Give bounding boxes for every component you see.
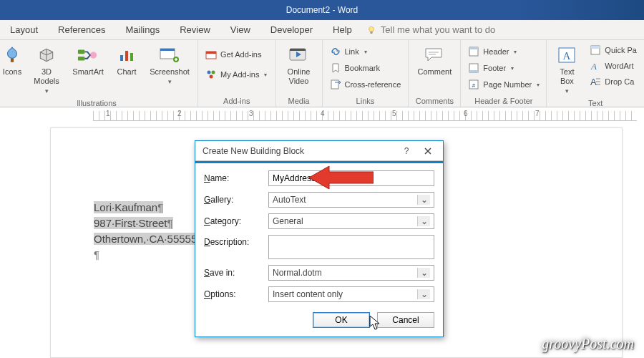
group-media: Online Video Media	[276, 40, 323, 107]
label-options: Options:	[204, 289, 261, 299]
name-input[interactable]	[268, 170, 434, 186]
gallery-combo[interactable]: AutoText⌄	[268, 192, 434, 208]
tab-view[interactable]: View	[225, 20, 256, 39]
chart-label: Chart	[117, 67, 137, 77]
group-header-footer: Header▾ Footer▾ # Page Number▾ Header & …	[461, 40, 547, 107]
link-button[interactable]: Link▾	[327, 44, 370, 59]
drop-cap-button[interactable]: A Drop Ca	[587, 74, 640, 89]
comment-button[interactable]: Comment	[413, 43, 456, 78]
options-value: Insert content only	[273, 289, 343, 299]
svg-text:A: A	[563, 50, 571, 62]
dialog-close-button[interactable]	[417, 144, 439, 158]
selected-text[interactable]: Lori·Kaufman¶ 987·First·Street¶ Othertow…	[94, 200, 203, 263]
svg-rect-2	[11, 58, 14, 62]
online-video-button[interactable]: Online Video	[280, 43, 318, 87]
3d-models-button[interactable]: 3D Models ▾	[29, 43, 64, 97]
link-label: Link	[345, 47, 359, 56]
bookmark-label: Bookmark	[345, 64, 381, 72]
tab-references[interactable]: References	[52, 20, 111, 39]
dialog-titlebar[interactable]: Create New Building Block ?	[195, 141, 443, 161]
ruler-4: 4	[321, 110, 325, 117]
footer-button[interactable]: Footer▾	[465, 61, 517, 75]
label-savein: Save in:	[204, 268, 261, 278]
smartart-label: SmartArt	[72, 67, 103, 77]
header-button[interactable]: Header▾	[465, 44, 519, 59]
close-icon	[424, 147, 432, 155]
group-label-text: Text	[551, 97, 640, 107]
chevron-down-icon: ⌄	[417, 289, 430, 299]
svg-rect-13	[206, 52, 216, 54]
options-combo[interactable]: Insert content only⌄	[268, 286, 434, 302]
group-illustrations: Icons 3D Models ▾ SmartArt Chart	[0, 40, 198, 107]
chart-button[interactable]: Chart	[112, 43, 142, 78]
quick-parts-button[interactable]: Quick Pa	[587, 43, 640, 57]
group-label-media: Media	[280, 95, 318, 105]
screenshot-icon	[158, 44, 181, 66]
label-gallery: Gallery:	[204, 195, 261, 205]
svg-rect-18	[290, 49, 306, 51]
horizontal-ruler[interactable]: 1 2 3 4 5 6 7	[0, 107, 644, 123]
text-box-label: Text Box	[552, 67, 581, 86]
description-input[interactable]	[268, 235, 434, 259]
my-addins-button[interactable]: My Add-ins ▾	[203, 67, 270, 82]
svg-point-15	[212, 71, 215, 74]
svg-rect-21	[469, 47, 478, 49]
icons-button[interactable]: Icons	[0, 43, 24, 78]
smartart-button[interactable]: SmartArt	[69, 43, 107, 78]
label-description: Description:	[204, 235, 261, 247]
group-label-comments: Comments	[413, 95, 456, 105]
group-comments: Comment Comments	[409, 40, 461, 107]
svg-rect-23	[469, 70, 478, 72]
svg-rect-7	[125, 51, 128, 61]
get-addins-button[interactable]: Get Add-ins	[203, 47, 264, 62]
quick-parts-label: Quick Pa	[605, 46, 637, 54]
bookmark-button[interactable]: Bookmark	[327, 61, 384, 75]
bookmark-icon	[330, 62, 341, 74]
group-links: Link▾ Bookmark Cross-reference Links	[323, 40, 409, 107]
page-number-label: Page Number	[483, 80, 532, 89]
cancel-button[interactable]: Cancel	[377, 312, 434, 328]
tab-layout[interactable]: Layout	[4, 20, 44, 39]
tab-help[interactable]: Help	[327, 20, 358, 39]
page-number-icon: #	[468, 79, 479, 90]
text-box-button[interactable]: A Text Box▾	[551, 43, 582, 97]
wordart-button[interactable]: A WordArt	[587, 59, 640, 73]
menu-bar: Layout References Mailings Review View D…	[0, 20, 644, 40]
tell-me-search[interactable]: Tell me what you want to do	[366, 24, 495, 35]
ribbon: Icons 3D Models ▾ SmartArt Chart	[0, 40, 644, 107]
svg-rect-6	[120, 55, 123, 61]
doc-line-3: Othertown,·CA·55555	[94, 233, 197, 245]
svg-point-14	[208, 71, 211, 74]
ruler-2: 2	[177, 110, 182, 117]
group-label-links: Links	[327, 95, 404, 105]
doc-line-1: Lori·Kaufman	[94, 201, 157, 213]
svg-rect-3	[78, 50, 84, 54]
savein-combo[interactable]: Normal.dotm⌄	[268, 265, 434, 281]
page-number-button[interactable]: # Page Number▾	[465, 77, 542, 92]
svg-rect-4	[78, 57, 84, 61]
group-label-illustrations: Illustrations	[0, 97, 193, 107]
svg-rect-19	[331, 80, 338, 89]
cross-reference-label: Cross-reference	[345, 80, 401, 89]
tab-review[interactable]: Review	[174, 20, 216, 39]
category-combo[interactable]: General⌄	[268, 213, 434, 229]
group-text: A Text Box▾ Quick Pa A WordArt A Drop Ca	[547, 40, 644, 107]
cross-reference-button[interactable]: Cross-reference	[327, 77, 404, 92]
watermark: groovyPost.com	[542, 336, 634, 352]
get-addins-label: Get Add-ins	[220, 50, 261, 59]
dialog-title: Create New Building Block	[203, 146, 396, 156]
svg-rect-10	[160, 49, 175, 51]
tab-mailings[interactable]: Mailings	[120, 20, 166, 39]
screenshot-button[interactable]: Screenshot ▾	[146, 43, 193, 88]
tab-developer[interactable]: Developer	[265, 20, 318, 39]
video-icon	[288, 44, 311, 66]
tell-me-placeholder: Tell me what you want to do	[381, 24, 495, 35]
cross-reference-icon	[330, 79, 341, 90]
ruler-6: 6	[464, 110, 468, 117]
svg-point-16	[210, 75, 213, 79]
ok-button[interactable]: OK	[313, 312, 370, 328]
icons-icon	[1, 44, 24, 66]
ruler-3: 3	[249, 110, 253, 117]
dialog-help-button[interactable]: ?	[396, 144, 417, 158]
title-bar: Document2 - Word	[0, 0, 644, 20]
